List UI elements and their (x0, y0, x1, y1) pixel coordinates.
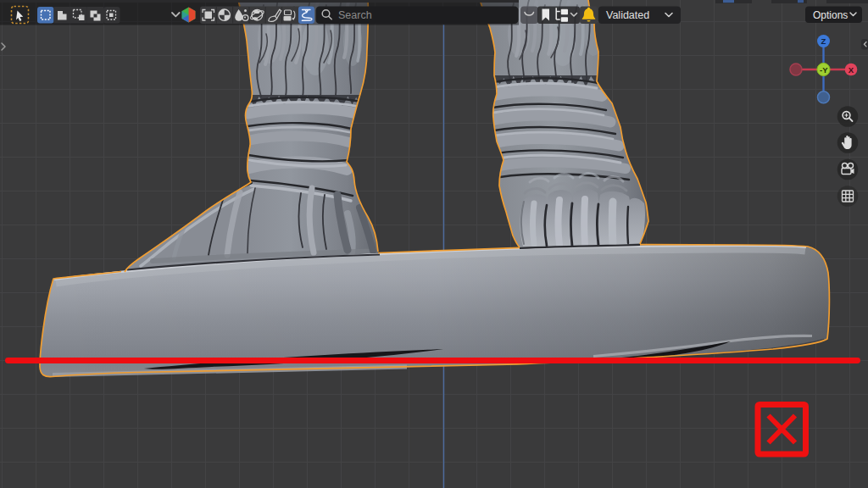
svg-text:Z: Z (821, 36, 826, 46)
svg-text:Search: Search (338, 9, 372, 21)
svg-text:-Y: -Y (820, 65, 828, 75)
svg-text:Options: Options (813, 9, 848, 21)
svg-text:Validated: Validated (606, 9, 649, 21)
svg-text:X: X (849, 65, 854, 75)
